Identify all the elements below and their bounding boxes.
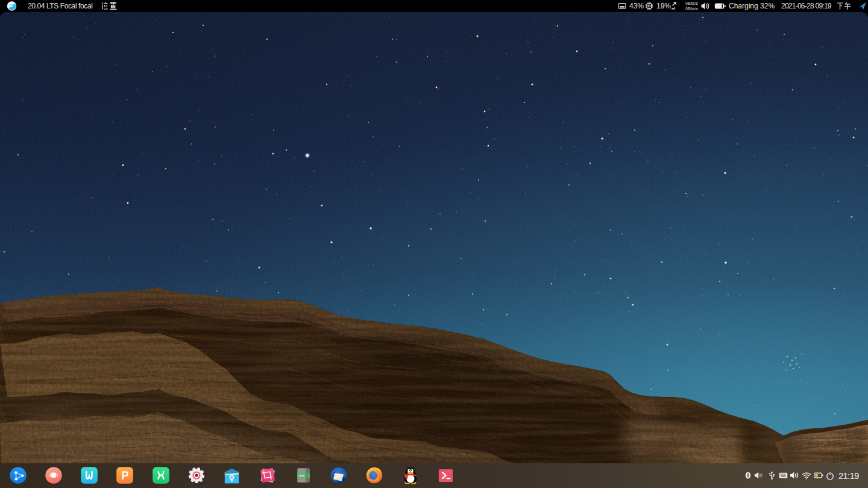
svg-text:noa: noa [299,474,304,477]
